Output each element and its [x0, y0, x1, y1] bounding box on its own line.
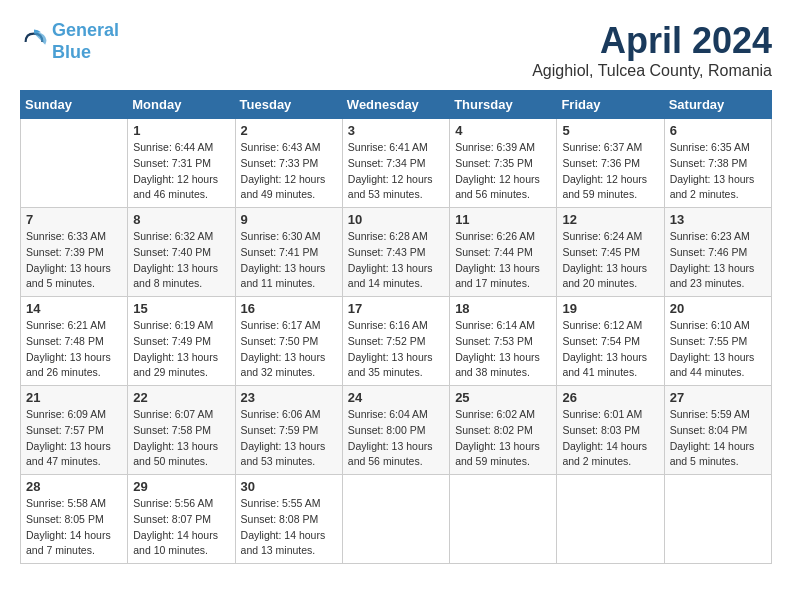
day-info: Sunrise: 6:37 AM Sunset: 7:36 PM Dayligh… — [562, 140, 658, 203]
day-number: 3 — [348, 123, 444, 138]
week-row-3: 14Sunrise: 6:21 AM Sunset: 7:48 PM Dayli… — [21, 297, 772, 386]
page-subtitle: Agighiol, Tulcea County, Romania — [532, 62, 772, 80]
day-cell: 21Sunrise: 6:09 AM Sunset: 7:57 PM Dayli… — [21, 386, 128, 475]
day-cell: 11Sunrise: 6:26 AM Sunset: 7:44 PM Dayli… — [450, 208, 557, 297]
day-cell: 6Sunrise: 6:35 AM Sunset: 7:38 PM Daylig… — [664, 119, 771, 208]
calendar-header-row: SundayMondayTuesdayWednesdayThursdayFrid… — [21, 91, 772, 119]
day-info: Sunrise: 6:04 AM Sunset: 8:00 PM Dayligh… — [348, 407, 444, 470]
day-cell: 3Sunrise: 6:41 AM Sunset: 7:34 PM Daylig… — [342, 119, 449, 208]
day-cell: 5Sunrise: 6:37 AM Sunset: 7:36 PM Daylig… — [557, 119, 664, 208]
day-number: 13 — [670, 212, 766, 227]
day-cell — [342, 475, 449, 564]
day-cell: 29Sunrise: 5:56 AM Sunset: 8:07 PM Dayli… — [128, 475, 235, 564]
calendar-table: SundayMondayTuesdayWednesdayThursdayFrid… — [20, 90, 772, 564]
day-info: Sunrise: 6:12 AM Sunset: 7:54 PM Dayligh… — [562, 318, 658, 381]
day-cell — [664, 475, 771, 564]
header-thursday: Thursday — [450, 91, 557, 119]
week-row-2: 7Sunrise: 6:33 AM Sunset: 7:39 PM Daylig… — [21, 208, 772, 297]
day-info: Sunrise: 6:14 AM Sunset: 7:53 PM Dayligh… — [455, 318, 551, 381]
logo-name: General Blue — [52, 20, 119, 63]
day-number: 18 — [455, 301, 551, 316]
day-cell: 28Sunrise: 5:58 AM Sunset: 8:05 PM Dayli… — [21, 475, 128, 564]
day-cell: 16Sunrise: 6:17 AM Sunset: 7:50 PM Dayli… — [235, 297, 342, 386]
page-title: April 2024 — [532, 20, 772, 62]
day-info: Sunrise: 6:32 AM Sunset: 7:40 PM Dayligh… — [133, 229, 229, 292]
day-info: Sunrise: 6:21 AM Sunset: 7:48 PM Dayligh… — [26, 318, 122, 381]
logo-icon — [20, 28, 48, 56]
day-cell: 23Sunrise: 6:06 AM Sunset: 7:59 PM Dayli… — [235, 386, 342, 475]
day-info: Sunrise: 6:24 AM Sunset: 7:45 PM Dayligh… — [562, 229, 658, 292]
header-wednesday: Wednesday — [342, 91, 449, 119]
header-monday: Monday — [128, 91, 235, 119]
day-info: Sunrise: 6:41 AM Sunset: 7:34 PM Dayligh… — [348, 140, 444, 203]
day-info: Sunrise: 6:16 AM Sunset: 7:52 PM Dayligh… — [348, 318, 444, 381]
day-info: Sunrise: 6:26 AM Sunset: 7:44 PM Dayligh… — [455, 229, 551, 292]
day-number: 27 — [670, 390, 766, 405]
day-number: 8 — [133, 212, 229, 227]
week-row-5: 28Sunrise: 5:58 AM Sunset: 8:05 PM Dayli… — [21, 475, 772, 564]
day-cell — [450, 475, 557, 564]
day-cell — [21, 119, 128, 208]
day-cell: 12Sunrise: 6:24 AM Sunset: 7:45 PM Dayli… — [557, 208, 664, 297]
day-number: 2 — [241, 123, 337, 138]
day-number: 28 — [26, 479, 122, 494]
day-info: Sunrise: 5:58 AM Sunset: 8:05 PM Dayligh… — [26, 496, 122, 559]
day-number: 17 — [348, 301, 444, 316]
day-info: Sunrise: 6:28 AM Sunset: 7:43 PM Dayligh… — [348, 229, 444, 292]
header: General Blue April 2024 Agighiol, Tulcea… — [20, 20, 772, 80]
day-info: Sunrise: 6:01 AM Sunset: 8:03 PM Dayligh… — [562, 407, 658, 470]
day-info: Sunrise: 6:30 AM Sunset: 7:41 PM Dayligh… — [241, 229, 337, 292]
day-cell: 7Sunrise: 6:33 AM Sunset: 7:39 PM Daylig… — [21, 208, 128, 297]
day-cell: 4Sunrise: 6:39 AM Sunset: 7:35 PM Daylig… — [450, 119, 557, 208]
day-cell: 30Sunrise: 5:55 AM Sunset: 8:08 PM Dayli… — [235, 475, 342, 564]
day-number: 24 — [348, 390, 444, 405]
day-info: Sunrise: 6:07 AM Sunset: 7:58 PM Dayligh… — [133, 407, 229, 470]
day-number: 7 — [26, 212, 122, 227]
day-number: 26 — [562, 390, 658, 405]
day-cell: 27Sunrise: 5:59 AM Sunset: 8:04 PM Dayli… — [664, 386, 771, 475]
day-info: Sunrise: 6:33 AM Sunset: 7:39 PM Dayligh… — [26, 229, 122, 292]
day-cell: 22Sunrise: 6:07 AM Sunset: 7:58 PM Dayli… — [128, 386, 235, 475]
day-cell — [557, 475, 664, 564]
day-cell: 1Sunrise: 6:44 AM Sunset: 7:31 PM Daylig… — [128, 119, 235, 208]
day-cell: 9Sunrise: 6:30 AM Sunset: 7:41 PM Daylig… — [235, 208, 342, 297]
day-number: 29 — [133, 479, 229, 494]
logo: General Blue — [20, 20, 119, 63]
title-area: April 2024 Agighiol, Tulcea County, Roma… — [532, 20, 772, 80]
day-number: 6 — [670, 123, 766, 138]
day-cell: 13Sunrise: 6:23 AM Sunset: 7:46 PM Dayli… — [664, 208, 771, 297]
week-row-4: 21Sunrise: 6:09 AM Sunset: 7:57 PM Dayli… — [21, 386, 772, 475]
day-number: 12 — [562, 212, 658, 227]
week-row-1: 1Sunrise: 6:44 AM Sunset: 7:31 PM Daylig… — [21, 119, 772, 208]
day-number: 30 — [241, 479, 337, 494]
day-cell: 17Sunrise: 6:16 AM Sunset: 7:52 PM Dayli… — [342, 297, 449, 386]
day-cell: 14Sunrise: 6:21 AM Sunset: 7:48 PM Dayli… — [21, 297, 128, 386]
day-number: 20 — [670, 301, 766, 316]
day-number: 23 — [241, 390, 337, 405]
day-info: Sunrise: 6:39 AM Sunset: 7:35 PM Dayligh… — [455, 140, 551, 203]
day-number: 1 — [133, 123, 229, 138]
day-number: 11 — [455, 212, 551, 227]
day-cell: 15Sunrise: 6:19 AM Sunset: 7:49 PM Dayli… — [128, 297, 235, 386]
day-cell: 18Sunrise: 6:14 AM Sunset: 7:53 PM Dayli… — [450, 297, 557, 386]
day-cell: 25Sunrise: 6:02 AM Sunset: 8:02 PM Dayli… — [450, 386, 557, 475]
day-number: 16 — [241, 301, 337, 316]
day-cell: 8Sunrise: 6:32 AM Sunset: 7:40 PM Daylig… — [128, 208, 235, 297]
day-number: 5 — [562, 123, 658, 138]
day-number: 4 — [455, 123, 551, 138]
day-info: Sunrise: 6:06 AM Sunset: 7:59 PM Dayligh… — [241, 407, 337, 470]
day-info: Sunrise: 6:10 AM Sunset: 7:55 PM Dayligh… — [670, 318, 766, 381]
day-info: Sunrise: 5:55 AM Sunset: 8:08 PM Dayligh… — [241, 496, 337, 559]
day-cell: 19Sunrise: 6:12 AM Sunset: 7:54 PM Dayli… — [557, 297, 664, 386]
day-cell: 2Sunrise: 6:43 AM Sunset: 7:33 PM Daylig… — [235, 119, 342, 208]
day-info: Sunrise: 5:56 AM Sunset: 8:07 PM Dayligh… — [133, 496, 229, 559]
day-number: 22 — [133, 390, 229, 405]
day-number: 15 — [133, 301, 229, 316]
day-info: Sunrise: 6:02 AM Sunset: 8:02 PM Dayligh… — [455, 407, 551, 470]
day-info: Sunrise: 5:59 AM Sunset: 8:04 PM Dayligh… — [670, 407, 766, 470]
day-info: Sunrise: 6:09 AM Sunset: 7:57 PM Dayligh… — [26, 407, 122, 470]
day-number: 25 — [455, 390, 551, 405]
header-saturday: Saturday — [664, 91, 771, 119]
day-info: Sunrise: 6:43 AM Sunset: 7:33 PM Dayligh… — [241, 140, 337, 203]
day-number: 10 — [348, 212, 444, 227]
